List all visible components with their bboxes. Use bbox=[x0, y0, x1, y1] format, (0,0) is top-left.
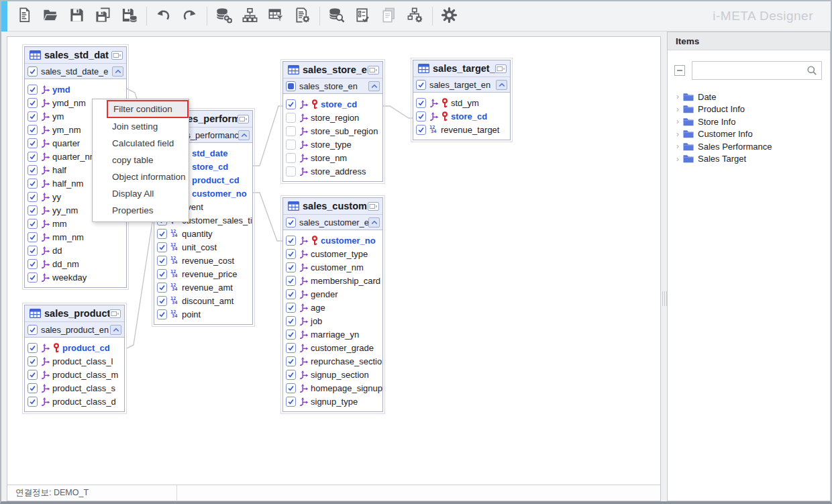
items-search-input[interactable] bbox=[692, 61, 822, 80]
field-row-store_cd[interactable]: store_cd bbox=[286, 97, 382, 111]
table-detail-icon[interactable] bbox=[368, 202, 379, 211]
collapse-button[interactable] bbox=[238, 130, 250, 140]
undo-button[interactable] bbox=[153, 5, 173, 27]
collapse-button[interactable] bbox=[496, 80, 507, 90]
field-row-dd_nm[interactable]: dd_nm bbox=[28, 257, 126, 270]
checkbox-checked[interactable] bbox=[286, 276, 296, 286]
menu-item-object-information[interactable]: Object information bbox=[93, 168, 189, 185]
field-row-repurchase_sectio[interactable]: repurchase_sectio bbox=[286, 354, 382, 368]
checkbox-checked[interactable] bbox=[286, 303, 296, 313]
field-row-discount_amt[interactable]: 1234discount_amt bbox=[157, 294, 252, 307]
database-search-button[interactable] bbox=[326, 5, 346, 27]
copy-document-button[interactable] bbox=[378, 5, 399, 27]
checkbox-checked[interactable] bbox=[28, 111, 38, 121]
open-folder-button[interactable] bbox=[40, 5, 60, 27]
checkbox-checked[interactable] bbox=[416, 80, 426, 90]
new-document-button[interactable] bbox=[14, 5, 34, 27]
collapse-button[interactable] bbox=[368, 81, 380, 91]
save-as-button[interactable] bbox=[93, 5, 113, 27]
field-row-customer_nm[interactable]: customer_nm bbox=[286, 260, 382, 274]
checkbox-checked[interactable] bbox=[416, 98, 426, 108]
field-row-customer_type[interactable]: customer_type bbox=[286, 247, 382, 260]
checkbox-checked[interactable] bbox=[286, 316, 296, 326]
checkbox-checked[interactable] bbox=[28, 125, 38, 135]
settings-button[interactable] bbox=[439, 5, 459, 27]
field-row-store_address[interactable]: store_address bbox=[286, 164, 382, 178]
document-settings-button[interactable] bbox=[292, 5, 312, 27]
checkbox-checked[interactable] bbox=[286, 99, 296, 109]
checkbox-checked[interactable] bbox=[28, 85, 38, 95]
table-header[interactable]: sales_custom bbox=[283, 198, 382, 215]
collapse-button[interactable] bbox=[110, 325, 121, 335]
collapse-button[interactable] bbox=[368, 217, 380, 228]
checkbox-checked[interactable] bbox=[28, 192, 38, 202]
checkbox-unchecked[interactable] bbox=[286, 140, 296, 150]
checkbox-checked[interactable] bbox=[157, 242, 167, 252]
save-database-button[interactable] bbox=[119, 5, 139, 27]
checkbox-checked[interactable] bbox=[28, 246, 38, 256]
checkbox-checked[interactable] bbox=[416, 125, 426, 135]
checkbox-unchecked[interactable] bbox=[286, 113, 296, 123]
field-row-store_nm[interactable]: store_nm bbox=[286, 151, 382, 164]
checkbox-checked[interactable] bbox=[286, 289, 296, 299]
field-row-mm_nm[interactable]: mm_nm bbox=[28, 230, 126, 244]
table-header[interactable]: sales_store_e bbox=[283, 62, 382, 79]
menu-item-copy-table[interactable]: copy table bbox=[93, 152, 189, 168]
field-row-marriage_yn[interactable]: marriage_yn bbox=[286, 327, 382, 341]
checkbox-checked[interactable] bbox=[286, 370, 296, 380]
checkbox-checked[interactable] bbox=[28, 343, 38, 353]
tree-item-product-info[interactable]: › Product Info bbox=[674, 103, 830, 115]
checkbox-checked[interactable] bbox=[416, 111, 426, 121]
checkbox-unchecked[interactable] bbox=[286, 126, 296, 136]
table-detail-icon[interactable] bbox=[109, 309, 121, 318]
checkbox-checked[interactable] bbox=[28, 152, 38, 162]
table-detail-icon[interactable] bbox=[368, 66, 379, 74]
checkbox-checked[interactable] bbox=[286, 236, 296, 246]
checkbox-checked[interactable] bbox=[28, 205, 38, 215]
table-header[interactable]: sales_std_dat bbox=[25, 47, 126, 64]
menu-item-properties[interactable]: Properties bbox=[93, 202, 189, 219]
checkbox-checked[interactable] bbox=[286, 383, 296, 393]
collapse-button[interactable] bbox=[112, 66, 123, 77]
tree-item-store-info[interactable]: › Store Info bbox=[674, 115, 830, 128]
checkbox-checked[interactable] bbox=[28, 232, 38, 242]
checkbox-checked[interactable] bbox=[28, 370, 38, 380]
tree-item-sales-performance[interactable]: › Sales Performance bbox=[674, 140, 830, 152]
field-row-store_type[interactable]: store_type bbox=[286, 138, 382, 151]
collapse-all-button[interactable] bbox=[674, 65, 685, 76]
checkbox-checked[interactable] bbox=[28, 138, 38, 148]
field-row-revenue_amt[interactable]: 1234revenue_amt bbox=[157, 281, 252, 294]
splitter-grip[interactable] bbox=[662, 291, 667, 306]
menu-item-filter-condition[interactable]: Filter condition bbox=[107, 100, 189, 118]
checkbox-checked[interactable] bbox=[28, 259, 38, 269]
field-row-store_sub_region[interactable]: store_sub_region bbox=[286, 124, 382, 138]
checkbox-unchecked[interactable] bbox=[286, 153, 296, 163]
checkbox-indeterminate[interactable] bbox=[286, 81, 296, 91]
field-row-customer_no[interactable]: customer_no bbox=[286, 234, 382, 247]
field-row-ymd[interactable]: ymd bbox=[28, 83, 126, 96]
checkbox-checked[interactable] bbox=[28, 325, 38, 335]
field-row-weekday[interactable]: weekday bbox=[28, 270, 126, 284]
checkbox-checked[interactable] bbox=[28, 397, 38, 407]
field-row-std_ym[interactable]: std_ym bbox=[416, 96, 510, 109]
checkbox-checked[interactable] bbox=[286, 262, 296, 272]
checkbox-checked[interactable] bbox=[157, 269, 167, 279]
table-detail-icon[interactable] bbox=[238, 115, 249, 123]
checkbox-checked[interactable] bbox=[157, 229, 167, 239]
field-row-product_class_l[interactable]: product_class_l bbox=[28, 354, 124, 368]
field-row-homepage_signup[interactable]: homepage_signup bbox=[286, 381, 382, 395]
table-sales_store_e[interactable]: sales_store_e sales_store_en store_cdsto… bbox=[282, 61, 383, 182]
checkbox-checked[interactable] bbox=[286, 356, 296, 366]
checkbox-checked[interactable] bbox=[286, 217, 296, 228]
table-sales_target_e[interactable]: sales_target_e sales_target_en std_ymsto… bbox=[413, 60, 511, 140]
checkbox-checked[interactable] bbox=[28, 356, 38, 366]
checkbox-checked[interactable] bbox=[28, 165, 38, 175]
table-header[interactable]: sales_product bbox=[25, 305, 124, 322]
menu-item-calculated-field[interactable]: Calculated field bbox=[93, 135, 189, 152]
field-row-gender[interactable]: gender bbox=[286, 287, 382, 301]
field-row-product_class_s[interactable]: product_class_s bbox=[28, 381, 124, 395]
diagram-settings-button[interactable] bbox=[405, 5, 425, 27]
field-row-revenue_target[interactable]: 1234revenue_target bbox=[416, 123, 510, 136]
field-row-job[interactable]: job bbox=[286, 314, 382, 327]
tree-item-customer-info[interactable]: › Customer Info bbox=[674, 128, 830, 140]
